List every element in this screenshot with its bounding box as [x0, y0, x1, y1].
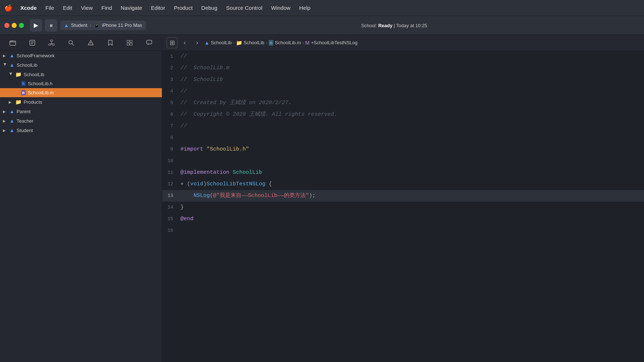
menubar-window[interactable]: Window — [268, 3, 294, 12]
line-num-4: 4 — [162, 86, 180, 97]
sidebar-item-schoollib-project[interactable]: ▶ ▲ SchoolLib — [0, 60, 162, 70]
run-button[interactable]: ▶ — [30, 19, 42, 32]
line-content-11: @implementation SchoolLib — [180, 167, 644, 178]
grid-nav-button[interactable] — [124, 37, 135, 48]
menubar-view[interactable]: View — [77, 3, 96, 12]
line-content-2: // SchoolLib.m — [180, 62, 644, 74]
breadcrumb-label-2: SchoolLib — [244, 40, 264, 45]
breadcrumb-schoollib-folder[interactable]: 📁 SchoolLib — [236, 40, 264, 46]
nav-toolbar: ⊞ ‹ › ▲ SchoolLib › 📁 SchoolLib › m Scho… — [0, 35, 644, 51]
line-content-1: // — [180, 51, 644, 62]
main-layout: ▶ ▲ SchoolFramework ▶ ▲ SchoolLib ▶ 📁 Sc… — [0, 51, 644, 362]
line-num-8: 8 — [162, 132, 180, 144]
source-nav-button[interactable] — [27, 37, 38, 48]
status-text: School: Ready | Today at 10:25 — [361, 23, 427, 28]
line-content-13: NSLog(@"我是来自——SchoolLib——的类方法"); — [180, 190, 644, 202]
svg-rect-5 — [50, 40, 53, 41]
line-content-7: // — [180, 120, 644, 132]
line-num-12: 12 — [162, 178, 180, 190]
breadcrumb-schoollib-m[interactable]: m SchoolLib.m — [269, 40, 301, 46]
svg-rect-19 — [147, 40, 152, 44]
warning-nav-button[interactable] — [85, 37, 96, 48]
breadcrumb-label-3: SchoolLib.m — [275, 40, 301, 45]
sidebar-label-schoolframework: SchoolFramework — [17, 53, 55, 58]
menubar-find[interactable]: Find — [98, 3, 115, 12]
method-icon: M — [305, 40, 310, 46]
back-button[interactable]: ‹ — [180, 38, 190, 48]
menubar-source-control[interactable]: Source Control — [223, 3, 266, 12]
code-line-16: 16 — [162, 225, 644, 236]
code-editor[interactable]: 1 // 2 // SchoolLib.m 3 // SchoolLib 4 /… — [162, 51, 644, 236]
sidebar-item-schoolframework[interactable]: ▶ ▲ SchoolFramework — [0, 51, 162, 60]
sidebar-item-student[interactable]: ▶ ▲ Student — [0, 126, 162, 135]
breadcrumb-label-1: SchoolLib — [211, 40, 232, 45]
breadcrumb-method[interactable]: M +SchoolLibTestNSLog — [305, 40, 358, 46]
sidebar-item-schoollib-m[interactable]: ▶ m SchoolLib.m — [0, 88, 162, 97]
products-folder-icon: 📁 — [15, 99, 21, 105]
nav-tools — [0, 37, 162, 48]
forward-button[interactable]: › — [192, 38, 202, 48]
hierarchy-nav-button[interactable] — [46, 37, 57, 48]
traffic-lights — [4, 23, 24, 28]
breadcrumb-sep-3: › — [302, 40, 304, 45]
code-line-6: 6 // Copyright © 2020 王斌绩. All rights re… — [162, 109, 644, 120]
svg-rect-17 — [127, 43, 129, 45]
disclosure-products: ▶ — [9, 100, 13, 104]
code-line-14: 14 } — [162, 202, 644, 213]
close-button[interactable] — [4, 23, 9, 28]
sidebar-item-products[interactable]: ▶ 📁 Products — [0, 97, 162, 107]
svg-line-11 — [72, 44, 74, 45]
menubar-help[interactable]: Help — [295, 3, 314, 12]
line-num-16: 16 — [162, 225, 180, 236]
sidebar-item-parent[interactable]: ▶ ▲ Parent — [0, 107, 162, 116]
svg-point-13 — [90, 44, 91, 45]
menubar-navigate[interactable]: Navigate — [117, 3, 146, 12]
sidebar-label-schoollib-project: SchoolLib — [17, 62, 37, 68]
editor-nav: ⊞ ‹ › ▲ SchoolLib › 📁 SchoolLib › m Scho… — [162, 37, 644, 48]
disclosure-schoollib-project: ▶ — [3, 63, 7, 67]
sidebar-item-teacher[interactable]: ▶ ▲ Teacher — [0, 116, 162, 126]
code-line-10: 10 — [162, 155, 644, 167]
menubar-product[interactable]: Product — [170, 3, 196, 12]
breadcrumb: ▲ SchoolLib › 📁 SchoolLib › m SchoolLib.… — [204, 40, 358, 46]
line-content-14: } — [180, 202, 644, 213]
disclosure-schoollib-folder: ▶ — [9, 72, 13, 77]
code-line-12: 12 + (void)SchoolLibTestNSLog { — [162, 178, 644, 190]
folder-nav-button[interactable] — [7, 37, 18, 48]
line-content-15: @end — [180, 213, 644, 225]
sidebar-label-teacher: Teacher — [17, 118, 33, 124]
chat-nav-button[interactable] — [144, 37, 155, 48]
menubar-xcode[interactable]: Xcode — [17, 3, 40, 12]
code-line-7: 7 // — [162, 120, 644, 132]
scheme-icon: ▲ — [64, 22, 69, 28]
line-num-5: 5 — [162, 97, 180, 109]
menubar-file[interactable]: File — [42, 3, 58, 12]
editor-type-button[interactable]: ⊞ — [167, 37, 178, 48]
search-nav-button[interactable] — [66, 37, 77, 48]
menubar-edit[interactable]: Edit — [59, 3, 76, 12]
line-num-14: 14 — [162, 202, 180, 213]
editor-area[interactable]: 1 // 2 // SchoolLib.m 3 // SchoolLib 4 /… — [162, 51, 644, 362]
apple-menu[interactable]: 🍎 — [4, 4, 12, 12]
menubar-editor[interactable]: Editor — [147, 3, 169, 12]
line-content-6: // Copyright © 2020 王斌绩. All rights rese… — [180, 109, 644, 120]
code-line-15: 15 @end — [162, 213, 644, 225]
sidebar-item-schoollib-h[interactable]: ▶ h SchoolLib.h — [0, 79, 162, 88]
sidebar-label-schoollib-folder: SchoolLib — [24, 72, 44, 77]
stop-button[interactable]: ■ — [45, 19, 57, 32]
sidebar-item-schoollib-folder[interactable]: ▶ 📁 SchoolLib — [0, 70, 162, 79]
device-name: iPhone 11 Pro Max — [102, 22, 142, 28]
svg-rect-16 — [130, 40, 132, 42]
bookmark-nav-button[interactable] — [105, 37, 116, 48]
svg-marker-14 — [109, 40, 112, 45]
scheme-selector[interactable]: ▲ Student › 📱 iPhone 11 Pro Max — [60, 21, 146, 30]
line-num-3: 3 — [162, 74, 180, 86]
maximize-button[interactable] — [19, 23, 24, 28]
menubar-debug[interactable]: Debug — [198, 3, 221, 12]
line-content-3: // SchoolLib — [180, 74, 644, 86]
framework-icon: ▲ — [9, 53, 15, 58]
sidebar-label-schoollib-m: SchoolLib.m — [28, 90, 54, 95]
sidebar-label-student: Student — [17, 128, 33, 133]
minimize-button[interactable] — [12, 23, 17, 28]
breadcrumb-schoollib-project[interactable]: ▲ SchoolLib — [204, 40, 232, 46]
